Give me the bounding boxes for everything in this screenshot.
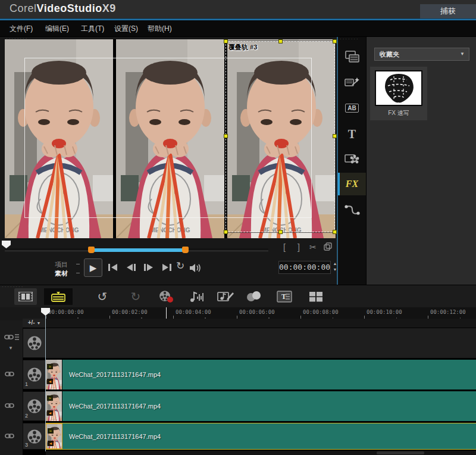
overlay-track-number: 3 (25, 442, 28, 448)
nav-media-button[interactable] (338, 45, 366, 68)
track-collapse-arrow-icon[interactable]: ▼ (8, 345, 13, 351)
trim-handle-end[interactable] (182, 247, 189, 253)
ruler-label: 00:00:00:00 (48, 309, 84, 315)
snapshot-button[interactable] (324, 242, 332, 251)
timeline-view-button[interactable] (44, 288, 73, 305)
graphic-icon (345, 152, 360, 166)
undo-button[interactable]: ↺ (95, 288, 109, 305)
title-T-icon: T (348, 127, 356, 141)
overlay-track-1-header[interactable]: 1 (23, 360, 46, 389)
ripple-edit-track3-button[interactable] (5, 432, 14, 440)
resize-handle-ne[interactable] (333, 39, 337, 43)
track-list-arrow-icon[interactable]: ▼ (36, 321, 40, 325)
resize-handle-e[interactable] (333, 134, 337, 138)
nav-track-motion-button[interactable] (338, 199, 366, 222)
motion-circles-icon (245, 291, 262, 303)
next-frame-button[interactable] (143, 263, 155, 272)
auto-music-button[interactable] (217, 288, 234, 305)
repeat-button[interactable]: ↻ (176, 261, 184, 271)
play-button[interactable]: ▶ (84, 258, 102, 277)
brand-corel: Corel (10, 2, 37, 14)
ripple-edit-all-button[interactable] (4, 334, 20, 341)
clip-fx-marker-icon: ≈ (47, 364, 53, 369)
redo-button[interactable]: ↻ (129, 288, 143, 305)
record-capture-button[interactable] (158, 288, 175, 305)
ripple-edit-track2-button[interactable] (5, 402, 14, 409)
go-start-button[interactable] (107, 263, 119, 272)
video-track-lane[interactable] (46, 328, 476, 358)
brand-version: X9 (102, 2, 116, 14)
library-item-thumbnail[interactable] (375, 70, 422, 106)
resize-handle-w[interactable] (224, 134, 228, 138)
motion-path-icon (345, 204, 360, 217)
prev-frame-button[interactable] (125, 263, 137, 272)
media-icon (345, 50, 360, 63)
timecode-display[interactable]: 00:00:00:00 (278, 261, 331, 274)
overlay-clip-2[interactable]: ≈ ◄ WeChat_20171113171647.mp4 (46, 391, 476, 421)
overlay-track-3-header[interactable]: 3 (23, 423, 46, 450)
video-track-header[interactable] (23, 328, 46, 358)
nav-instant-project-button[interactable] (338, 71, 366, 94)
resize-handle-n[interactable] (278, 39, 283, 43)
storyboard-icon (18, 292, 33, 301)
menu-tools[interactable]: 工具(T) (81, 24, 104, 34)
menu-help[interactable]: 帮助(H) (148, 24, 172, 34)
overlay-track-reel-icon (27, 398, 42, 414)
video-track-reel-icon (27, 335, 42, 351)
resize-handle-sw[interactable] (224, 230, 228, 234)
brand-product: VideoStudio (37, 2, 102, 14)
mark-in-button[interactable]: [ (283, 242, 286, 252)
track-motion-button[interactable] (245, 288, 262, 305)
nav-title-button[interactable]: T (338, 123, 366, 145)
split-clip-button[interactable]: ✂ (309, 242, 317, 252)
nav-transition-button[interactable]: AB (338, 96, 366, 119)
dropdown-arrow-icon[interactable]: ▼ (460, 48, 465, 60)
transition-ab-icon: AB (345, 104, 358, 113)
library-item-label: FX 速写 (370, 109, 427, 117)
storyboard-view-button[interactable] (14, 288, 37, 305)
timeline-view-icon (51, 291, 66, 303)
nav-filter-button[interactable]: FX (338, 173, 366, 195)
menu-file[interactable]: 文件(F) (10, 24, 33, 34)
mode-project-button[interactable]: 项目 (55, 260, 68, 269)
resize-handle-se[interactable] (333, 230, 337, 234)
resize-handle-nw[interactable] (224, 39, 228, 43)
filter-fx-icon: FX (346, 179, 358, 189)
ripple-edit-track1-button[interactable] (5, 370, 14, 378)
nav-drag-handle-icon[interactable]: ······· (340, 38, 359, 40)
mark-out-button[interactable]: ] (298, 242, 300, 252)
title-bar: CorelVideoStudioX9 捕获 (0, 0, 476, 18)
gallery-dropdown[interactable]: 收藏夹 ▼ (374, 48, 469, 61)
clip-filename: WeChat_20171113171647.mp4 (69, 433, 161, 440)
overlay-clip-3-selected[interactable]: ≈ ◄ WeChat_20171113171647.mp4 (46, 423, 476, 450)
track-add-remove[interactable]: +/- ▼ (23, 319, 46, 328)
next-frame-icon (143, 263, 155, 272)
resize-handle-s[interactable] (278, 230, 283, 234)
app-window: MENGCHONG (0, 0, 476, 455)
ruler-label: 00:00:12:00 (430, 309, 466, 315)
trim-handle-start[interactable] (88, 247, 95, 253)
gallery-dropdown-value: 收藏夹 (380, 51, 399, 58)
overlay-clip-1[interactable]: ≈ ◄ WeChat_20171113171647.mp4 (46, 360, 476, 389)
clip-audio-marker-icon: ◄ (47, 379, 53, 384)
nav-graphic-button[interactable] (338, 148, 366, 170)
menu-bar: 文件(F) 编辑(E) 工具(T) 设置(S) 帮助(H) (0, 20, 476, 37)
clip-filename: WeChat_20171113171647.mp4 (69, 371, 161, 378)
subtitle-editor-button[interactable]: T (275, 288, 293, 305)
mixed-view-button[interactable] (307, 288, 325, 305)
overlay-track-reel-icon (27, 429, 42, 444)
overlay-track-2-header[interactable]: 2 (23, 391, 46, 421)
mode-clip-button[interactable]: 素材 (55, 269, 68, 278)
trim-selection[interactable] (94, 248, 183, 252)
library-nav: ······· AB T (338, 37, 366, 285)
sound-mixer-button[interactable] (188, 288, 206, 305)
ruler-label: 00:00:02:00 (112, 309, 148, 315)
timeline-scrollbar-thumb[interactable] (377, 451, 424, 454)
go-end-icon (161, 263, 173, 272)
menu-settings[interactable]: 设置(S) (114, 24, 138, 34)
overlay-selection[interactable]: 覆叠轨 #3 (226, 41, 335, 232)
menu-edit[interactable]: 编辑(E) (45, 24, 69, 34)
volume-button[interactable] (189, 263, 202, 273)
go-end-button[interactable] (161, 263, 173, 272)
capture-tab[interactable]: 捕获 (420, 4, 476, 18)
